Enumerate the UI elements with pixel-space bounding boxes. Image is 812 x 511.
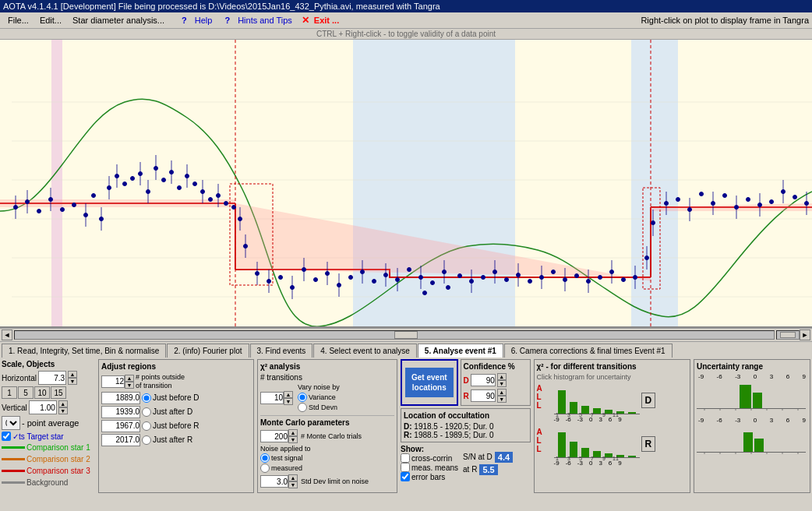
location-d-row: D: 1918.5 - 1920.5; Dur. 0: [404, 422, 528, 431]
cross-corrin-checkbox[interactable]: [401, 453, 410, 463]
exit-button[interactable]: Exit ...: [311, 14, 342, 26]
horizontal-up[interactable]: ▲: [68, 371, 77, 378]
title-text: AOTA v4.1.4.1 [Development] File being p…: [3, 2, 440, 11]
svg-point-86: [482, 276, 485, 280]
scroll-right-arrow[interactable]: ►: [800, 330, 810, 340]
std-dev-input[interactable]: [260, 475, 288, 488]
svg-point-104: [622, 278, 626, 282]
just-before-r-label: Just before R: [153, 421, 199, 430]
vertical-input[interactable]: [29, 400, 57, 414]
adjust-regions-panel: Adjust regions ▲ ▼ # points outsideof tr…: [98, 359, 254, 493]
scale-btn-5[interactable]: 5: [18, 386, 34, 399]
tab-read[interactable]: 1. Read, Integrity, Set time, Bin & norm…: [2, 344, 166, 358]
confidence-r-input[interactable]: [471, 389, 496, 402]
tab-analyse[interactable]: 5. Analyse event #1: [418, 344, 503, 358]
conf-d-up[interactable]: ▲: [497, 373, 507, 380]
std-dev-down[interactable]: ▼: [288, 481, 298, 488]
conf-r-down[interactable]: ▼: [497, 396, 507, 403]
edit-menu[interactable]: Edit...: [35, 14, 66, 26]
tab-find[interactable]: 3. Find events: [250, 344, 313, 358]
monte-carlo-section: Monte Carlo parameters ▲ ▼ # Monte Carlo…: [260, 415, 394, 488]
meas-means-checkbox[interactable]: [401, 463, 410, 472]
svg-point-92: [528, 280, 532, 284]
file-menu[interactable]: File...: [3, 14, 34, 26]
vertical-down[interactable]: ▼: [58, 407, 68, 414]
svg-point-29: [131, 177, 135, 181]
svg-rect-180: [558, 432, 566, 457]
scale-btn-1[interactable]: 1: [2, 386, 17, 399]
points-down[interactable]: ▼: [125, 382, 134, 389]
location-title: Location of occultation: [404, 411, 528, 420]
conf-d-down[interactable]: ▼: [497, 380, 507, 387]
transitions-input[interactable]: [260, 392, 284, 404]
chi2-d-chart[interactable]: 1 3 5 7 9 11: [554, 382, 640, 418]
horizontal-down[interactable]: ▼: [68, 378, 77, 385]
just-before-r-radio[interactable]: [142, 421, 151, 431]
subtitle-bar: CTRL + Right-click - to toggle validity …: [0, 29, 812, 40]
comparison1-color: [2, 446, 25, 449]
comparison2-label: Comparison star 2: [26, 455, 90, 463]
confidence-d-input[interactable]: [471, 374, 496, 386]
tab-select[interactable]: 4. Select event to analyse: [313, 344, 417, 358]
horizontal-input[interactable]: [38, 371, 66, 385]
test-signal-radio[interactable]: [260, 453, 270, 463]
hints-button[interactable]: Hints and Tips: [235, 14, 295, 26]
help-button[interactable]: Help: [192, 14, 216, 26]
svg-rect-167: [570, 402, 577, 414]
val1939-input[interactable]: [101, 406, 140, 418]
mc-trials-input[interactable]: [260, 430, 288, 442]
point-avg-select[interactable]: 0123: [2, 416, 20, 430]
variance-radio[interactable]: [298, 393, 307, 402]
just-before-d-radio[interactable]: [142, 393, 151, 403]
transitions-spin: ▲ ▼: [260, 391, 293, 405]
tab-camera[interactable]: 6. Camera corrections & final times Even…: [504, 344, 673, 358]
scale-btn-10[interactable]: 10: [34, 386, 50, 399]
val1889-input[interactable]: [101, 392, 140, 404]
scroll-left-arrow[interactable]: ◄: [2, 330, 12, 340]
val1967-input[interactable]: [101, 420, 140, 432]
vertical-scale-row: Vertical ▲ ▼: [2, 400, 95, 414]
points-up[interactable]: ▲: [125, 375, 134, 382]
horizontal-scale-row: Horizontal ▲ ▼: [2, 371, 95, 385]
points-input[interactable]: [101, 375, 125, 388]
measured-radio[interactable]: [260, 463, 270, 473]
hints-icon: ?: [221, 14, 233, 26]
target-star-checkbox[interactable]: [2, 432, 11, 441]
mc-trials-down[interactable]: ▼: [288, 436, 298, 443]
scale-btn-15[interactable]: 15: [51, 386, 66, 399]
comparison2-row: Comparison star 2: [2, 454, 95, 464]
std-dev-up[interactable]: ▲: [288, 474, 298, 481]
get-event-button[interactable]: Get event locations: [405, 368, 454, 397]
title-bar: AOTA v4.1.4.1 [Development] File being p…: [0, 0, 812, 12]
d-label-box: D: [641, 393, 656, 408]
error-bars-checkbox[interactable]: [401, 472, 410, 481]
svg-text:11: 11: [613, 456, 619, 461]
scroll-thumb[interactable]: [394, 331, 418, 339]
chi2-r-chart[interactable]: 1 3 5 7 9 11: [554, 426, 640, 461]
confidence-d-row: D ▲ ▼: [464, 373, 528, 387]
svg-rect-3: [631, 40, 678, 326]
point-avg-label: - point average: [22, 418, 79, 428]
conf-r-up[interactable]: ▲: [497, 389, 507, 396]
background-color: [2, 481, 25, 484]
mc-trials-up[interactable]: ▲: [288, 429, 298, 436]
confidence-r-label: R: [464, 392, 469, 400]
transitions-up[interactable]: ▲: [284, 391, 293, 398]
snr-d-row: S/N at D 4.4: [463, 452, 513, 463]
vertical-up[interactable]: ▲: [58, 400, 68, 407]
scroll-track[interactable]: [14, 330, 775, 340]
transitions-down[interactable]: ▼: [284, 398, 293, 405]
val2017-input[interactable]: [101, 434, 140, 446]
svg-rect-204: [743, 432, 753, 452]
std-devn-radio[interactable]: [298, 403, 307, 412]
just-after-r-label: Just after R: [153, 435, 192, 444]
test-signal-label: test signal: [271, 454, 303, 462]
just-after-d-radio[interactable]: [142, 407, 151, 417]
just-after-r-radio[interactable]: [142, 435, 151, 445]
uncertainty-r-chart[interactable]: [697, 425, 806, 456]
tab-fourier[interactable]: 2. (info) Fourier plot: [167, 344, 249, 358]
uncertainty-d-labels: -9-6-30369: [697, 373, 807, 380]
svg-rect-186: [628, 456, 636, 457]
star-diameter-menu[interactable]: Star diameter analysis...: [68, 14, 169, 26]
uncertainty-d-chart[interactable]: [697, 381, 806, 412]
